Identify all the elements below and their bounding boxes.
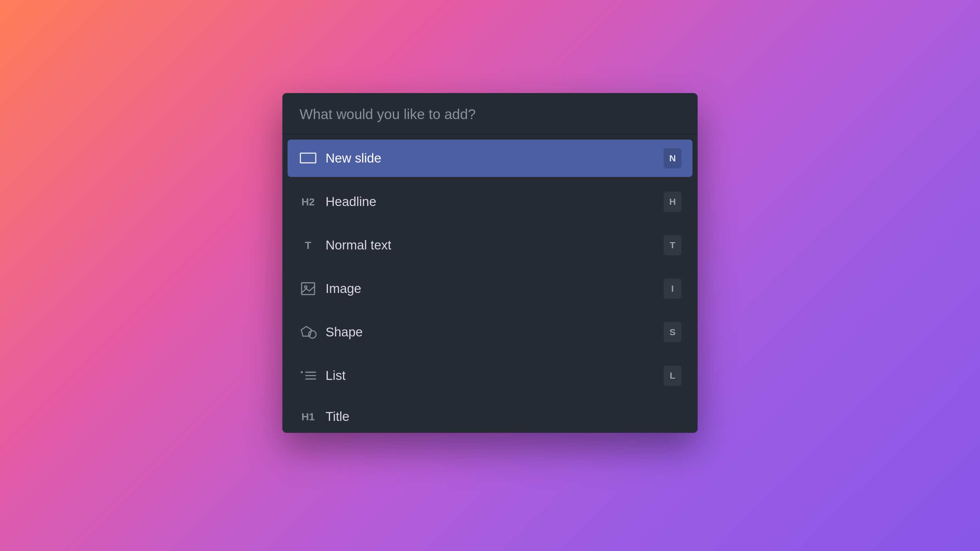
item-label: Shape: [318, 325, 663, 340]
item-new-slide[interactable]: New slide N: [288, 140, 692, 177]
list-icon: [299, 368, 318, 383]
item-label: Normal text: [318, 238, 663, 252]
item-label: List: [318, 368, 663, 383]
image-icon: [299, 281, 318, 296]
search-row: [282, 93, 698, 134]
item-normal-text[interactable]: T Normal text T: [288, 227, 692, 264]
command-items: New slide N H2 Headline H T Normal text …: [282, 134, 698, 433]
item-list[interactable]: List L: [288, 357, 692, 394]
command-palette: New slide N H2 Headline H T Normal text …: [282, 93, 698, 433]
item-shortcut: T: [663, 235, 681, 255]
item-shortcut: S: [663, 322, 681, 342]
search-input[interactable]: [299, 106, 681, 122]
item-shape[interactable]: Shape S: [288, 313, 692, 351]
h1-icon: H1: [299, 409, 318, 424]
svg-rect-0: [301, 153, 316, 163]
item-headline[interactable]: H2 Headline H: [288, 183, 692, 221]
text-icon: T: [299, 238, 318, 253]
item-label: Image: [318, 281, 663, 296]
item-shortcut: L: [663, 365, 681, 386]
slide-icon: [299, 151, 318, 166]
svg-point-2: [304, 286, 307, 288]
shape-icon: [299, 324, 318, 340]
item-shortcut: I: [663, 279, 681, 299]
item-shortcut: H: [663, 192, 681, 212]
item-image[interactable]: Image I: [288, 270, 692, 307]
item-label: New slide: [318, 151, 663, 166]
item-title[interactable]: H1 Title: [288, 400, 692, 433]
h2-icon: H2: [299, 194, 318, 210]
item-label: Title: [318, 409, 681, 424]
item-label: Headline: [318, 194, 663, 209]
item-shortcut: N: [663, 148, 681, 168]
svg-point-5: [301, 371, 303, 373]
